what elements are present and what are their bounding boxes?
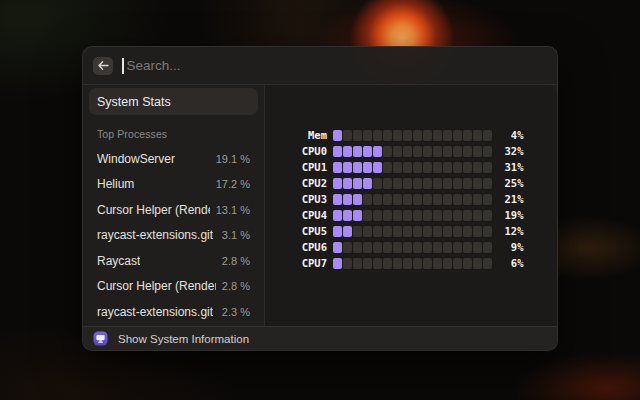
meter-cell [453, 178, 462, 189]
meter-row: CPU032% [265, 143, 557, 159]
meter-cell [393, 178, 402, 189]
process-row[interactable]: raycast-extensions.git2.3 % [89, 299, 258, 325]
meter-cell [463, 242, 472, 253]
meter-cell [413, 178, 422, 189]
meter-cell [383, 162, 392, 173]
meter-cell [363, 242, 372, 253]
meter-percent: 19% [492, 209, 524, 221]
meter-cell [433, 162, 442, 173]
meter-cell [473, 258, 482, 269]
back-button[interactable] [93, 57, 113, 75]
process-name: Raycast [97, 254, 140, 268]
meter-cell [463, 210, 472, 221]
meter-cell [463, 162, 472, 173]
meter-percent: 21% [492, 193, 524, 205]
meter-cell [363, 130, 372, 141]
meter-cell [413, 146, 422, 157]
process-name: raycast-extensions.git [97, 305, 213, 319]
process-row[interactable]: Cursor Helper (Renderer)2.8 % [89, 274, 258, 300]
meter-cell [443, 226, 452, 237]
meter-cell [463, 178, 472, 189]
meter-cell [343, 178, 352, 189]
meter-cell [343, 146, 352, 157]
meter-label: CPU3 [265, 193, 327, 205]
process-name: Cursor Helper (Renderer) [97, 203, 210, 217]
meter-cell [443, 130, 452, 141]
section-header-top-processes: Top Processes [97, 128, 250, 140]
meter-row: CPU76% [265, 255, 557, 271]
meter-cell [373, 178, 382, 189]
meter-cell [353, 162, 362, 173]
process-row[interactable]: Helium17.2 % [89, 172, 258, 198]
meter-label: CPU2 [265, 177, 327, 189]
meter-cell [483, 146, 492, 157]
process-row[interactable]: Raycast2.8 % [89, 248, 258, 274]
process-cpu-value: 13.1 % [216, 204, 250, 216]
meter-cell [353, 242, 362, 253]
meter-cell [473, 194, 482, 205]
meter-cell [463, 146, 472, 157]
meter-row: CPU225% [265, 175, 557, 191]
process-row[interactable]: raycast-extensions.git3.1 % [89, 223, 258, 249]
meter-cell [453, 194, 462, 205]
meter-cell [333, 162, 342, 173]
meter-cell [453, 146, 462, 157]
meter-percent: 32% [492, 145, 524, 157]
meter-cell [373, 146, 382, 157]
meter-cell [363, 226, 372, 237]
meter-cell [483, 162, 492, 173]
process-row[interactable]: WindowServer19.1 % [89, 146, 258, 172]
process-row[interactable]: Cursor Helper (Renderer)13.1 % [89, 197, 258, 223]
meter-percent: 9% [492, 241, 524, 253]
meter-label: CPU4 [265, 209, 327, 221]
meter-cell [423, 210, 432, 221]
meter-row: Mem4% [265, 127, 557, 143]
sidebar-item-system-stats[interactable]: System Stats [89, 88, 258, 115]
meter-row: CPU512% [265, 223, 557, 239]
meter-cell [403, 162, 412, 173]
meter-cell [353, 210, 362, 221]
meter-cell [373, 194, 382, 205]
meter-cell [393, 226, 402, 237]
search-input[interactable] [124, 58, 546, 73]
meter-cell [383, 178, 392, 189]
meter-row: CPU69% [265, 239, 557, 255]
meter-cell [343, 242, 352, 253]
process-cpu-value: 2.3 % [222, 306, 250, 318]
meter-cell [473, 162, 482, 173]
meter-cell [403, 146, 412, 157]
meter-cell [393, 210, 402, 221]
meter-cell [403, 258, 412, 269]
meter-cell [403, 178, 412, 189]
search-bar [83, 47, 557, 85]
process-cpu-value: 2.8 % [222, 255, 250, 267]
meter-label: CPU0 [265, 145, 327, 157]
meter-cell [343, 210, 352, 221]
meter-cell [473, 210, 482, 221]
meter-cells [333, 258, 492, 269]
meter-cell [443, 210, 452, 221]
meter-cell [473, 146, 482, 157]
meter-percent: 12% [492, 225, 524, 237]
meter-cell [333, 226, 342, 237]
meter-cell [453, 162, 462, 173]
process-name: Cursor Helper (Renderer) [97, 279, 216, 293]
meter-cell [333, 146, 342, 157]
meter-cell [413, 130, 422, 141]
meter-cell [483, 258, 492, 269]
meter-cell [373, 258, 382, 269]
meter-cell [423, 130, 432, 141]
meter-cell [433, 178, 442, 189]
meter-cell [333, 210, 342, 221]
meter-cell [453, 242, 462, 253]
meter-cell [473, 242, 482, 253]
meter-cell [423, 146, 432, 157]
arrow-left-icon [98, 61, 109, 70]
meter-cells [333, 242, 492, 253]
meter-cell [353, 226, 362, 237]
meter-cell [363, 146, 372, 157]
meter-cell [393, 242, 402, 253]
meter-percent: 25% [492, 177, 524, 189]
footer-action-bar[interactable]: Show System Information [83, 326, 557, 350]
process-name: WindowServer [97, 152, 175, 166]
